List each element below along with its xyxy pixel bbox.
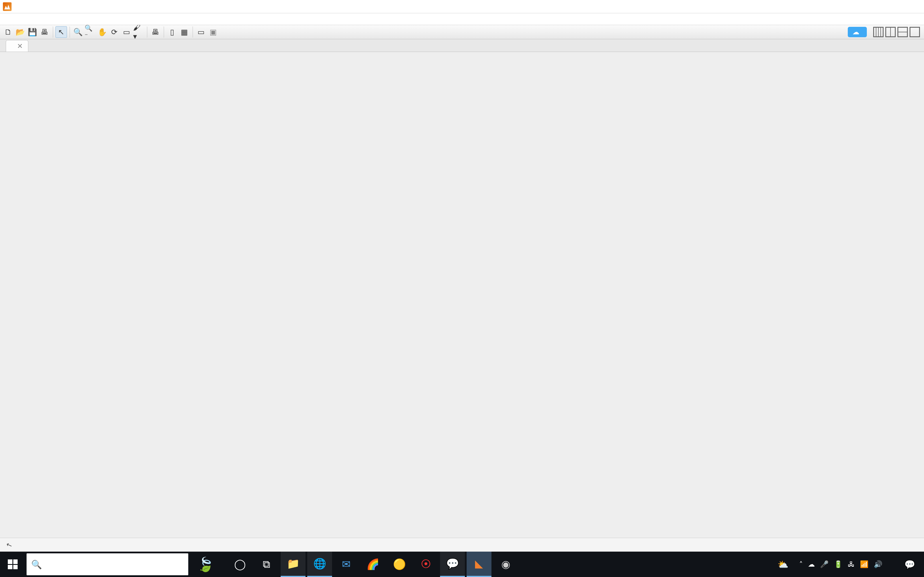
menu-insert[interactable] bbox=[23, 18, 29, 19]
separator-icon bbox=[68, 26, 70, 38]
search-icon: 🔍 bbox=[31, 559, 42, 569]
network-icon[interactable]: 🖧 bbox=[848, 560, 855, 568]
cortana-icon[interactable]: ◯ bbox=[228, 551, 252, 577]
titlebar bbox=[0, 0, 924, 13]
figure-canvas: ↖ bbox=[0, 52, 924, 551]
print-icon[interactable]: 🖶 bbox=[39, 26, 50, 38]
action-center-icon[interactable]: 💬 bbox=[901, 551, 918, 577]
data-cursor-icon[interactable]: ▭ bbox=[121, 26, 132, 38]
menu-help[interactable] bbox=[57, 18, 64, 19]
netease-music-icon[interactable]: ⦿ bbox=[414, 551, 438, 577]
separator-icon bbox=[162, 26, 164, 38]
separator-icon bbox=[51, 26, 53, 38]
new-figure-icon[interactable]: 🗋 bbox=[2, 26, 14, 38]
figure-toolbar: 🗋 📂 💾 🖶 ↖ 🔍 🔍⁻ ✋ ⟳ ▭ 🖌▾ 🖶 ▯ ▦ ▭ ▣ ☁ bbox=[0, 25, 924, 39]
tile-2x1-icon[interactable] bbox=[897, 27, 908, 37]
maximize-button[interactable] bbox=[866, 0, 895, 13]
save-icon[interactable]: 💾 bbox=[27, 26, 38, 38]
taskbar-apps: ◯ ⧉ 📁 🌐 ✉ 🌈 🟡 ⦿ 💬 ◣ ◉ bbox=[228, 551, 518, 577]
close-button[interactable] bbox=[895, 0, 924, 13]
mail-icon[interactable]: ✉ bbox=[334, 551, 359, 577]
pointer-icon[interactable]: ↖ bbox=[55, 26, 67, 38]
menubar bbox=[0, 13, 924, 25]
tab-strip: ✕ bbox=[0, 39, 924, 52]
separator-icon bbox=[145, 26, 147, 38]
taskbar-search-input[interactable] bbox=[47, 559, 168, 569]
tab-close-icon[interactable]: ✕ bbox=[17, 42, 23, 50]
rotate-3d-icon[interactable]: ⟳ bbox=[108, 26, 120, 38]
tile-1x1-icon[interactable] bbox=[909, 27, 920, 37]
menu-debug[interactable] bbox=[36, 18, 43, 19]
windows-logo-icon bbox=[8, 559, 18, 569]
onedrive-icon[interactable]: ☁ bbox=[808, 560, 815, 568]
axes[interactable] bbox=[81, 104, 832, 516]
system-tray: ⛅ ˄ ☁ 🎤 🔋 🖧 📶 🔊 💬 bbox=[778, 551, 924, 577]
menu-window[interactable] bbox=[50, 18, 57, 19]
minimize-button[interactable] bbox=[837, 0, 866, 13]
menu-view[interactable] bbox=[16, 18, 23, 19]
battery-icon[interactable]: 🔋 bbox=[834, 560, 843, 568]
tab-figure-2[interactable]: ✕ bbox=[6, 40, 28, 52]
brush-icon[interactable]: 🖌▾ bbox=[133, 26, 144, 38]
zoom-in-icon[interactable]: 🔍 bbox=[72, 26, 84, 38]
windows-taskbar: 🔍 🍃 ◯ ⧉ 📁 🌐 ✉ 🌈 🟡 ⦿ 💬 ◣ ◉ ⛅ ˄ ☁ 🎤 🔋 🖧 📶 … bbox=[0, 551, 924, 577]
cursor-arrow-icon: ↖ bbox=[5, 540, 13, 550]
taskbar-search[interactable]: 🔍 bbox=[27, 553, 188, 575]
google-chrome-icon[interactable]: 🟡 bbox=[387, 551, 412, 577]
volume-icon[interactable]: 🔊 bbox=[874, 560, 882, 568]
file-explorer-icon[interactable]: 📁 bbox=[281, 551, 305, 577]
hide-plot-tools-icon[interactable]: ▭ bbox=[195, 26, 207, 38]
weather-widget[interactable]: ⛅ bbox=[778, 559, 794, 569]
weather-icon: ⛅ bbox=[778, 559, 788, 569]
menu-tools[interactable] bbox=[29, 18, 36, 19]
cloud-upload-button[interactable]: ☁ bbox=[848, 27, 867, 37]
start-button[interactable] bbox=[0, 551, 26, 577]
microphone-icon[interactable]: 🎤 bbox=[820, 560, 829, 568]
tray-chevron-icon[interactable]: ˄ bbox=[799, 560, 803, 568]
copilot-icon[interactable]: 🌈 bbox=[360, 551, 385, 577]
cloud-icon: ☁ bbox=[852, 28, 859, 36]
zoom-out-icon[interactable]: 🔍⁻ bbox=[84, 26, 96, 38]
tile-1x2-icon[interactable] bbox=[885, 27, 896, 37]
separator-icon bbox=[191, 26, 193, 38]
matlab-icon[interactable]: ◣ bbox=[467, 551, 491, 577]
obs-icon[interactable]: ◉ bbox=[493, 551, 518, 577]
wechat-icon[interactable]: 💬 bbox=[440, 551, 465, 577]
menu-file[interactable] bbox=[2, 18, 9, 19]
wifi-icon[interactable]: 📶 bbox=[860, 560, 869, 568]
task-view-icon[interactable]: ⧉ bbox=[254, 551, 279, 577]
menu-edit[interactable] bbox=[9, 18, 16, 19]
pan-icon[interactable]: ✋ bbox=[97, 26, 108, 38]
meet-now-decoration-icon[interactable]: 🍃 bbox=[188, 551, 223, 577]
tile-layout-group bbox=[873, 27, 920, 37]
tile-2x2-icon[interactable] bbox=[873, 27, 884, 37]
menu-desktop[interactable] bbox=[43, 18, 50, 19]
property-editor-bar[interactable]: ↖ bbox=[0, 538, 924, 551]
insert-legend-icon[interactable]: ▦ bbox=[178, 26, 190, 38]
edge-browser-icon[interactable]: 🌐 bbox=[307, 551, 332, 577]
matlab-figure-icon bbox=[3, 2, 11, 11]
chart-plot bbox=[81, 104, 832, 516]
insert-colorbar-icon[interactable]: ▯ bbox=[166, 26, 178, 38]
show-plot-tools-icon[interactable]: ▣ bbox=[207, 26, 219, 38]
link-plot-icon[interactable]: 🖶 bbox=[150, 26, 161, 38]
open-icon[interactable]: 📂 bbox=[15, 26, 26, 38]
